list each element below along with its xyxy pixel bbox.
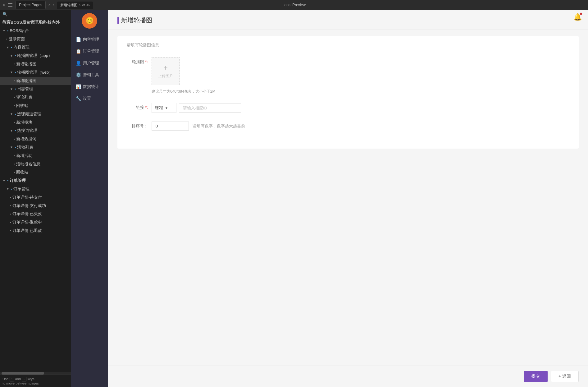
tree-item-boss[interactable]: ▼ ▪ BOSS后台 <box>0 27 71 35</box>
folder-icon-boss: ▪ <box>7 28 8 34</box>
tree-item-hot-search[interactable]: ▼ ▪ 热搜词管理 <box>0 127 71 135</box>
tree-label: 新增轮播图 <box>16 78 36 84</box>
tree-label: 登录页面 <box>9 36 25 43</box>
tree-item-add-carousel-web-active[interactable]: ▪ 新增轮播图 <box>0 77 71 85</box>
nav-item-label: 营销工具 <box>83 72 99 78</box>
tree-label: 评论列表 <box>16 94 32 101</box>
submit-button[interactable]: 提交 <box>524 371 548 382</box>
tree-label: 日志管理 <box>17 86 33 92</box>
sort-input[interactable] <box>152 122 189 131</box>
nav-item-marketing[interactable]: ⚙️ 营销工具 <box>71 69 108 81</box>
page-icon: ▪ <box>14 137 15 142</box>
arrow-down-icon: ▼ <box>10 70 13 75</box>
local-preview-label: Local Preview <box>282 3 306 7</box>
tree-item-recycle-2[interactable]: ▪ 回收站 <box>0 168 71 177</box>
tree-item-login[interactable]: ▪ 登录页面 <box>0 35 71 44</box>
tree-item-add-carousel-app[interactable]: ▪ 新增轮播图 <box>0 60 71 68</box>
tree-item-content-mgmt[interactable]: ▼ ▪ 内容管理 <box>0 43 71 52</box>
tree-label: 回收站 <box>16 169 28 176</box>
tree-item-add-hot-search[interactable]: ▪ 新增热搜词 <box>0 135 71 143</box>
tree-item-order-expired[interactable]: ▪ 订单详情-已失效 <box>0 210 71 218</box>
close-icon[interactable]: × <box>2 2 5 7</box>
upload-box[interactable]: + 上传图片 <box>152 57 180 85</box>
app-nav: 😊 📄 内容管理 📋 订单管理 👤 用户管理 ⚙️ 营销工具 📊 数据统计 <box>71 10 108 387</box>
sort-form-content: 请填写数字，数字越大越靠前 <box>152 122 245 131</box>
page-icon: ▪ <box>14 153 15 158</box>
content-icon: 📄 <box>76 37 81 42</box>
logo-emoji: 😊 <box>85 17 94 25</box>
stats-icon: 📊 <box>76 84 81 89</box>
upload-hint: 建议尺寸为640*384像素，大小小于2M <box>152 89 215 94</box>
nav-item-content[interactable]: 📄 内容管理 <box>71 34 108 45</box>
tree-item-comment-list[interactable]: ▪ 评论列表 <box>0 93 71 102</box>
tree-item-course-channel[interactable]: ▼ ▪ 选课频道管理 <box>0 110 71 118</box>
link-id-input[interactable] <box>179 104 241 113</box>
upload-plus-icon: + <box>163 64 168 71</box>
tree-label: 订单详情-已退款 <box>12 228 42 234</box>
tree-item-order-section[interactable]: ▼ ▪ 订单管理 <box>0 177 71 185</box>
nav-item-stats[interactable]: 📊 数据统计 <box>71 81 108 93</box>
tree-label: 新增热搜词 <box>16 136 36 142</box>
tree-item-order-refunding[interactable]: ▪ 订单详情-退款中 <box>0 218 71 227</box>
sidebar-search[interactable]: 🔍 <box>0 10 71 18</box>
arrow-down-icon: ▼ <box>10 87 13 92</box>
bell-icon[interactable]: 🔔 <box>573 13 582 21</box>
tree-item-activity-list[interactable]: ▼ ▪ 活动列表 <box>0 143 71 152</box>
user-icon: 👤 <box>76 61 81 66</box>
page-tab[interactable]: 新增轮播图 5 of 36 <box>57 2 93 9</box>
tree-label: 新增轮播图 <box>16 61 36 67</box>
tree-item-order-pending[interactable]: ▪ 订单详情-待支付 <box>0 193 71 202</box>
nav-item-label: 设置 <box>83 96 91 101</box>
tree-item-order-refunded[interactable]: ▪ 订单详情-已退款 <box>0 227 71 235</box>
tree-label: 回收站 <box>16 103 28 109</box>
tree-label: 轮播图管理（app） <box>17 53 52 59</box>
nav-item-user[interactable]: 👤 用户管理 <box>71 57 108 69</box>
page-count: 5 of 36 <box>79 3 90 7</box>
scrollbar-thumb <box>2 372 44 375</box>
form-subtitle: 请填写轮播图信息 <box>127 42 569 48</box>
image-label: 轮播图 *: <box>127 57 152 65</box>
project-sidebar: 🔍 教育BOSS后台管理系统-校内外 ▼ ▪ BOSS后台 ▪ 登录页面 ▼ ▪… <box>0 10 71 387</box>
nav-next-arrow[interactable]: › <box>52 2 56 7</box>
tree-item-order-paid[interactable]: ▪ 订单详情-支付成功 <box>0 202 71 210</box>
tree-label: 内容管理 <box>13 44 30 51</box>
form-row-link: 链接 *: 课程 ▼ <box>127 103 569 113</box>
arrow-down-icon: ▼ <box>10 145 13 150</box>
tree-item-carousel-app[interactable]: ▼ ▪ 轮播图管理（app） <box>0 52 71 60</box>
nav-prev-arrow[interactable]: ‹ <box>48 2 51 7</box>
nav-item-label: 用户管理 <box>83 60 99 66</box>
sidebar-horizontal-scrollbar[interactable] <box>0 372 71 375</box>
folder-icon: ▪ <box>7 178 8 184</box>
upload-text: 上传图片 <box>158 73 173 79</box>
hamburger-icon[interactable] <box>8 3 12 7</box>
nav-item-label: 内容管理 <box>83 37 99 42</box>
folder-icon: ▪ <box>15 86 16 92</box>
page-title: 新增轮播图 <box>121 16 152 25</box>
tree-item-add-activity[interactable]: ▪ 新增活动 <box>0 152 71 160</box>
tree-item-activity-signup[interactable]: ▪ 活动报名信息 <box>0 160 71 168</box>
folder-icon: ▪ <box>15 128 16 134</box>
tree-item-carousel-web[interactable]: ▼ ▪ 轮播图管理（web） <box>0 68 71 77</box>
key-up: ↑ <box>10 377 14 381</box>
nav-item-order[interactable]: 📋 订单管理 <box>71 45 108 57</box>
page-icon: ▪ <box>10 195 11 200</box>
folder-icon: ▪ <box>11 186 12 192</box>
nav-arrows: ‹ › <box>48 2 55 7</box>
arrow-down-icon: ▼ <box>10 112 13 117</box>
page-icon: ▪ <box>10 228 11 233</box>
tree-item-log-mgmt[interactable]: ▼ ▪ 日志管理 <box>0 85 71 93</box>
app-logo: 😊 <box>82 13 97 29</box>
back-button[interactable]: + 返回 <box>551 371 579 382</box>
nav-item-settings[interactable]: 🔧 设置 <box>71 93 108 104</box>
search-icon: 🔍 <box>2 12 7 16</box>
dropdown-arrow-icon: ▼ <box>165 106 168 110</box>
sort-label: 排序号： <box>127 122 152 129</box>
link-row: 课程 ▼ <box>152 103 241 113</box>
page-icon: ▪ <box>14 120 15 125</box>
tree-item-order-mgmt[interactable]: ▼ ▪ 订单管理 <box>0 185 71 193</box>
tree-label: 新增模块 <box>16 119 32 126</box>
link-type-select[interactable]: 课程 ▼ <box>152 103 176 113</box>
tree-item-recycle-1[interactable]: ▪ 回收站 <box>0 102 71 110</box>
tree-item-add-module[interactable]: ▪ 新增模块 <box>0 118 71 127</box>
tree-label: 订单详情-支付成功 <box>12 203 46 209</box>
